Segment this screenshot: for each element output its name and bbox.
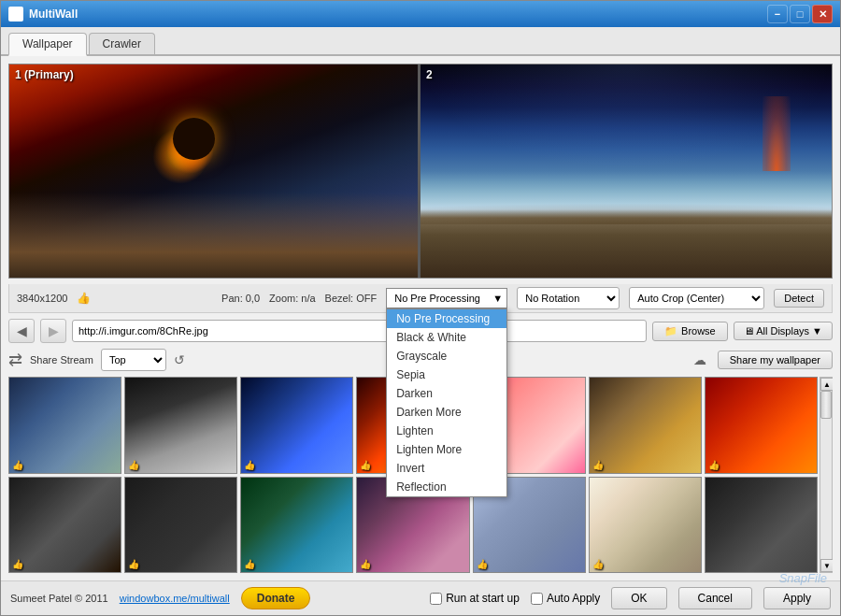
thumbnail-2[interactable]: 👍 <box>124 377 237 474</box>
donate-button[interactable]: Donate <box>241 587 311 609</box>
resolution-text: 3840x1200 <box>17 293 67 304</box>
rotation-dropdown[interactable]: No Rotation <box>517 287 620 309</box>
wallpaper-preview-1 <box>9 64 418 278</box>
monitor-1-label: 1 (Primary) <box>15 68 74 81</box>
thumbnail-14[interactable] <box>705 477 818 574</box>
title-bar: MultiWall − □ ✕ <box>1 1 840 27</box>
main-content: 1 (Primary) 2 3840x1200 👍 Pan: 0,0 Zoom <box>1 56 840 580</box>
tab-wallpaper[interactable]: Wallpaper <box>8 33 87 56</box>
scrollbar[interactable]: ▲ ▼ <box>820 377 833 573</box>
dropdown-option-lighten-more[interactable]: Lighten More <box>387 440 506 459</box>
bezel-text: Bezel: OFF <box>325 293 378 304</box>
like-badge-8: 👍 <box>12 559 23 569</box>
like-badge-3: 👍 <box>244 460 255 470</box>
all-displays-button[interactable]: 🖥 All Displays ▼ <box>734 322 833 340</box>
zoom-text: Zoom: n/a <box>269 293 316 304</box>
browse-button[interactable]: 📁 Browse <box>652 322 728 341</box>
main-window: MultiWall − □ ✕ Wallpaper Crawler <box>0 0 841 616</box>
folder-icon: 📁 <box>664 325 677 337</box>
tab-bar: Wallpaper Crawler <box>1 27 840 56</box>
like-icon[interactable]: 👍 <box>77 292 91 305</box>
run-at-startup-group: Run at start up <box>430 592 520 605</box>
like-badge-9: 👍 <box>128 559 139 569</box>
dropdown-option-no-pre-processing[interactable]: No Pre Processing <box>387 309 506 328</box>
like-badge-10: 👍 <box>244 559 255 569</box>
thumbnail-7[interactable]: 👍 <box>705 377 818 474</box>
copyright-text: Sumeet Patel © 2011 <box>10 593 108 604</box>
status-bar: 3840x1200 👍 Pan: 0,0 Zoom: n/a Bezel: OF… <box>8 284 833 313</box>
thumbnail-6[interactable]: 👍 <box>589 377 702 474</box>
thumbnail-9[interactable]: 👍 <box>124 477 237 574</box>
like-badge-1: 👍 <box>12 460 23 470</box>
cancel-button[interactable]: Cancel <box>678 587 752 609</box>
back-button[interactable]: ◀ <box>8 319 35 343</box>
like-badge-2: 👍 <box>128 460 139 470</box>
url-input[interactable] <box>72 320 647 342</box>
monitor-2-label: 2 <box>426 68 433 81</box>
monitor-icon: 🖥 <box>744 325 754 337</box>
apply-button[interactable]: Apply <box>763 587 831 609</box>
cloud-icon: ☁ <box>693 352 706 367</box>
scrollbar-thumb[interactable] <box>820 391 832 419</box>
dropdown-option-sepia[interactable]: Sepia <box>387 365 506 384</box>
scrollbar-down[interactable]: ▼ <box>820 559 833 572</box>
dropdown-option-black-white[interactable]: Black & White <box>387 328 506 347</box>
window-title: MultiWall <box>29 7 78 21</box>
processing-dropdown-container: No Pre Processing ▼ No Pre Processing Bl… <box>386 288 507 308</box>
dropdown-option-darken[interactable]: Darken <box>387 384 506 403</box>
crop-dropdown[interactable]: Auto Crop (Center) <box>629 287 764 309</box>
scrollbar-up[interactable]: ▲ <box>820 378 833 391</box>
forward-button[interactable]: ▶ <box>40 319 66 343</box>
processing-dropdown-menu: No Pre Processing Black & White Grayscal… <box>386 308 507 497</box>
app-icon <box>8 7 23 21</box>
maximize-button[interactable]: □ <box>790 5 810 23</box>
run-at-startup-checkbox[interactable] <box>430 593 442 605</box>
title-bar-buttons: − □ ✕ <box>767 5 833 23</box>
thumbnail-3[interactable]: 👍 <box>240 377 353 474</box>
refresh-icon[interactable]: ↺ <box>174 352 185 367</box>
shuffle-icon[interactable]: ⇄ <box>8 350 22 370</box>
like-badge-13: 👍 <box>592 559 604 569</box>
run-at-startup-label: Run at start up <box>446 592 520 605</box>
like-badge-12: 👍 <box>477 559 488 569</box>
processing-dropdown[interactable]: No Pre Processing ▼ <box>386 288 507 308</box>
dropdown-option-grayscale[interactable]: Grayscale <box>387 347 506 365</box>
preview-area: 1 (Primary) 2 <box>8 64 833 279</box>
auto-apply-label: Auto Apply <box>547 592 600 605</box>
share-wallpaper-button[interactable]: Share my wallpaper <box>718 351 833 369</box>
auto-apply-group: Auto Apply <box>531 592 600 605</box>
like-badge-4: 👍 <box>360 460 371 470</box>
dropdown-option-reflection[interactable]: Reflection <box>387 478 506 496</box>
auto-apply-checkbox[interactable] <box>531 593 543 605</box>
detect-button[interactable]: Detect <box>774 289 824 308</box>
minimize-button[interactable]: − <box>767 5 788 23</box>
footer-bar: Sumeet Patel © 2011 windowbox.me/multiwa… <box>1 580 840 615</box>
like-badge-11: 👍 <box>360 559 371 569</box>
dropdown-option-darken-more[interactable]: Darken More <box>387 403 506 422</box>
dropdown-option-lighten[interactable]: Lighten <box>387 422 506 440</box>
close-button[interactable]: ✕ <box>812 5 833 23</box>
tab-crawler[interactable]: Crawler <box>89 33 155 54</box>
like-badge-7: 👍 <box>708 460 720 470</box>
thumbnail-13[interactable]: 👍 <box>589 477 702 574</box>
thumbnail-8[interactable]: 👍 <box>8 477 121 574</box>
monitor-2[interactable]: 2 <box>420 64 832 278</box>
wallpaper-preview-2 <box>420 64 832 278</box>
website-link[interactable]: windowbox.me/multiwall <box>120 593 230 604</box>
share-stream-label: Share Stream <box>30 354 93 365</box>
thumbnail-1[interactable]: 👍 <box>8 377 121 474</box>
top-dropdown[interactable]: Top <box>101 349 166 371</box>
pan-text: Pan: 0,0 <box>221 293 260 304</box>
thumbnail-10[interactable]: 👍 <box>240 477 353 574</box>
monitor-1[interactable]: 1 (Primary) <box>9 64 420 278</box>
like-badge-6: 👍 <box>592 460 604 470</box>
dropdown-option-invert[interactable]: Invert <box>387 459 506 478</box>
ok-button[interactable]: OK <box>611 587 666 609</box>
